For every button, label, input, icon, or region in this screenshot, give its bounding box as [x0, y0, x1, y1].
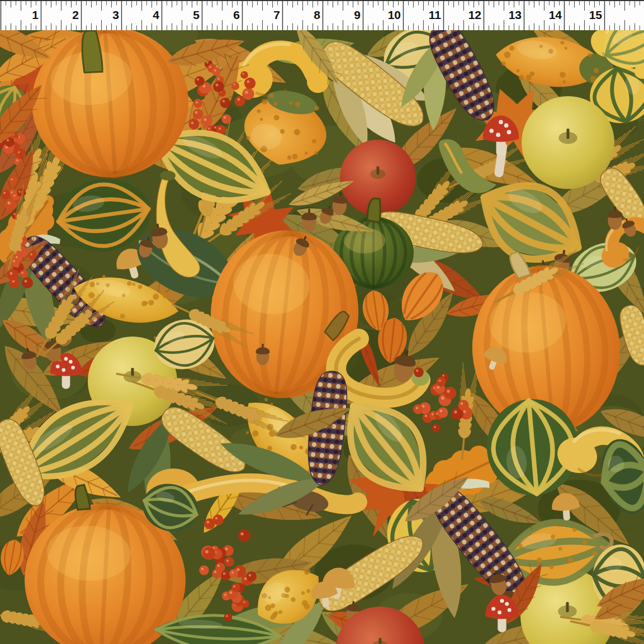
- svg-text:15: 15: [589, 8, 603, 21]
- svg-text:13: 13: [509, 8, 522, 21]
- svg-text:2: 2: [72, 8, 79, 21]
- svg-text:7: 7: [273, 8, 280, 21]
- svg-text:8: 8: [314, 8, 320, 21]
- svg-text:1: 1: [32, 8, 39, 21]
- svg-text:9: 9: [354, 8, 361, 21]
- svg-text:6: 6: [233, 8, 240, 21]
- svg-text:11: 11: [429, 8, 442, 21]
- svg-text:5: 5: [193, 8, 200, 21]
- svg-text:14: 14: [549, 8, 562, 21]
- svg-text:10: 10: [388, 8, 401, 21]
- svg-text:12: 12: [468, 8, 481, 21]
- svg-text:4: 4: [153, 8, 159, 21]
- svg-text:3: 3: [112, 8, 119, 21]
